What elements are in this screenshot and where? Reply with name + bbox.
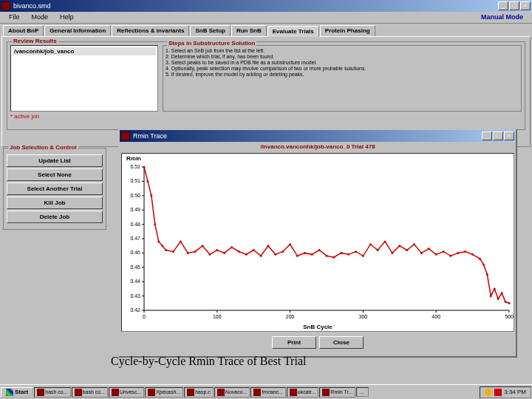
tab-phasing[interactable]: Protein Phasing [320,25,375,36]
svg-point-49 [216,249,218,251]
svg-point-91 [501,292,503,294]
menu-file[interactable]: File [3,12,26,23]
job-list[interactable]: /vanconhk/job_vanco [10,45,158,112]
tab-reflections[interactable]: Reflections & Invariants [112,25,189,36]
step-2: 2. Determine which trial, if any, has be… [166,54,519,59]
tab-evaluate[interactable]: Evaluate Trials [267,26,319,37]
update-list-button[interactable]: Update List [7,154,103,167]
menu-mode[interactable]: Mode [26,12,55,23]
svg-point-93 [508,302,511,304]
svg-point-84 [471,253,474,256]
svg-point-46 [194,250,197,253]
taskbar: Start bash co... bash co... Unvesc... Xp… [0,384,532,399]
svg-point-41 [161,245,163,247]
menu-help[interactable]: Help [54,12,80,23]
task-icon [253,389,261,396]
trace-close-btn[interactable]: Close [319,336,364,349]
taskbar-item-1[interactable]: bash co... [72,387,108,398]
step-5: 5. If desired, improve the model by addi… [166,72,519,77]
tab-general[interactable]: General Information [44,25,111,36]
svg-point-81 [449,255,451,257]
task-icon [187,389,194,396]
svg-point-50 [223,252,225,254]
svg-point-38 [150,194,152,197]
svg-point-74 [398,245,400,247]
taskbar-item-0[interactable]: bash co... [34,387,70,398]
taskbar-item-8[interactable]: Rmin Tr... [319,387,355,398]
svg-point-44 [180,240,182,242]
select-another-button[interactable]: Select Another Trial [7,183,103,195]
step-4: 4. Optionally, peak selection may involv… [166,66,519,71]
svg-point-63 [318,249,321,251]
svg-point-45 [187,252,189,254]
svg-point-61 [304,252,306,254]
svg-point-42 [165,249,167,251]
app-icon [1,1,10,10]
start-button[interactable]: Start [1,387,33,398]
active-job-label: * active job [10,113,158,120]
chart-area: Rmin 0.420.430.440.450.460.470.480.490.5… [121,153,514,332]
task-icon [322,389,330,396]
job-list-item[interactable]: /vanconhk/job_vanco [13,47,156,55]
svg-point-79 [435,253,437,256]
minimize-button[interactable]: _ [498,1,508,10]
svg-point-88 [490,295,492,297]
svg-point-72 [384,240,386,242]
select-none-button[interactable]: Select None [7,168,103,181]
taskbar-item-5[interactable]: Novaco... [214,387,250,398]
tray[interactable]: ... [356,387,369,397]
task-icon [75,389,82,396]
svg-point-53 [245,253,248,256]
close-button[interactable]: × [520,1,531,10]
chart-xlabel: SnB Cycle [303,324,332,330]
steps-box: Steps in Substructure Solution 1. Select… [163,45,522,112]
svg-text:0.52: 0.52 [130,164,140,169]
trace-app-icon [121,132,130,140]
svg-point-43 [172,250,174,253]
svg-point-47 [202,245,204,247]
svg-text:200: 200 [286,314,295,319]
svg-point-59 [289,243,291,245]
print-button[interactable]: Print [272,336,316,349]
steps-title: Steps in Substructure Solution [167,40,256,47]
svg-point-92 [505,301,507,303]
trace-close-button[interactable]: × [504,132,514,140]
task-icon [112,389,119,396]
taskbar-clock: 3:34 PM [480,386,531,398]
svg-text:400: 400 [432,314,440,319]
taskbar-item-3[interactable]: Xpecash... [145,387,183,398]
rmin-chart: 0.420.430.440.450.460.470.480.490.500.51… [122,164,514,322]
svg-point-51 [231,246,233,248]
trace-maximize-button[interactable]: □ [493,132,503,140]
svg-point-65 [332,256,335,259]
tab-about[interactable]: About BnP [3,25,44,36]
trace-minimize-button[interactable]: _ [482,132,492,140]
step-1: 1. Select an SnB job from the list at th… [166,48,519,53]
svg-point-39 [154,223,156,225]
kill-job-button[interactable]: Kill Job [7,197,103,209]
svg-point-58 [282,250,284,253]
taskbar-item-4[interactable]: hasp.c [184,387,214,398]
step-3: 3. Select peaks to be saved in a PDB fil… [166,60,519,65]
svg-point-83 [464,250,466,253]
svg-text:0.49: 0.49 [130,207,140,212]
svg-point-82 [457,252,459,254]
svg-text:0.43: 0.43 [130,293,140,299]
manual-mode-label: Manual Mode [475,12,529,23]
taskbar-item-2[interactable]: Unvesc... [109,387,144,398]
maximize-button[interactable]: □ [509,1,519,10]
window-title: bivanco.smd [13,2,51,10]
tab-run-snb[interactable]: Run SnB [231,25,267,36]
taskbar-item-7[interactable]: ukcatr... [287,387,319,398]
svg-point-77 [420,252,423,254]
svg-point-78 [428,248,430,250]
taskbar-item-6[interactable]: tmcanc... [250,387,285,398]
svg-text:0.46: 0.46 [130,250,140,255]
delete-job-button[interactable]: Delete Job [7,211,103,223]
start-label: Start [15,389,28,395]
windows-icon [6,389,13,396]
tab-snb-setup[interactable]: SnB Setup [190,25,230,36]
svg-point-75 [406,249,408,251]
svg-point-86 [482,263,485,265]
main-titlebar: bivanco.smd _ □ × [0,0,532,12]
